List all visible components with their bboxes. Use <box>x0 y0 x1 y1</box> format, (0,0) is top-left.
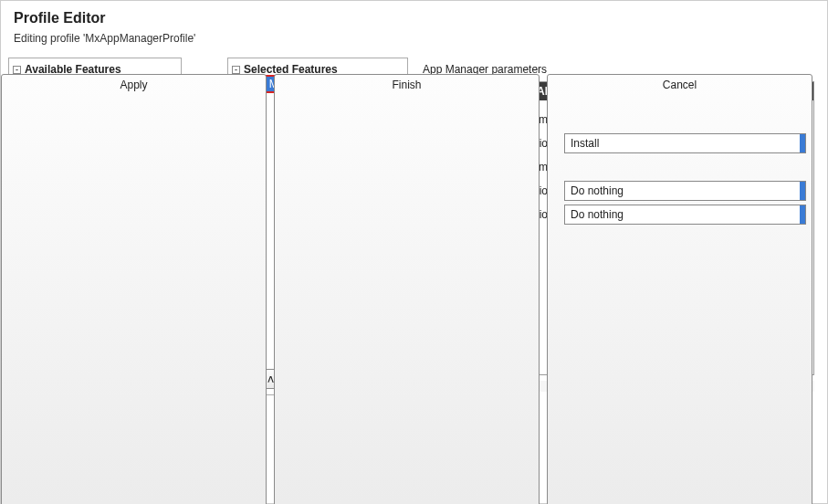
apply-button[interactable]: Apply <box>1 74 267 504</box>
dialog-header: Profile Editor Editing profile 'MxAppMan… <box>1 1 827 52</box>
finish-button[interactable]: Finish <box>274 74 540 504</box>
dialog-body: - Available Features +Data CaptureAccess… <box>1 52 827 65</box>
select-input[interactable]: Do nothing <box>564 181 806 201</box>
dialog-title: Profile Editor <box>14 10 814 26</box>
select-input[interactable]: Install <box>564 133 806 153</box>
profile-editor-dialog: Profile Editor Editing profile 'MxAppMan… <box>0 0 828 504</box>
select-input[interactable]: Do nothing <box>564 205 806 225</box>
dialog-subtitle: Editing profile 'MxAppManagerProfile' <box>14 32 814 45</box>
dialog-footer: Apply Finish Cancel <box>1 65 827 504</box>
